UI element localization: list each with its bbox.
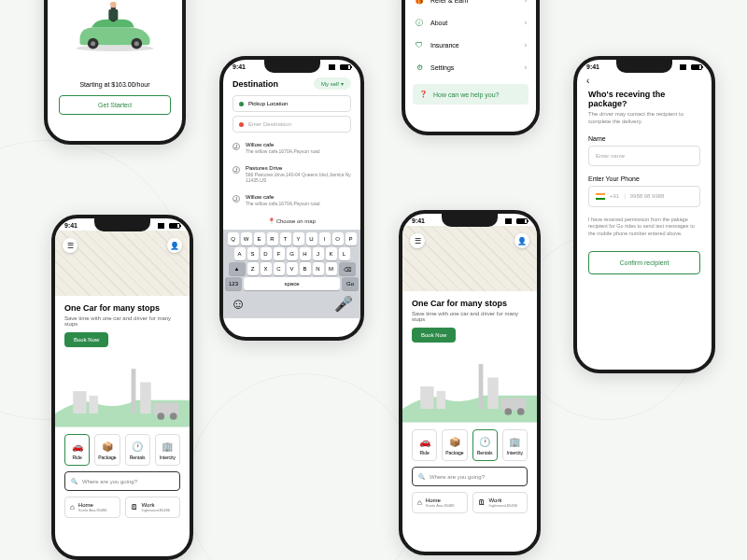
tab-intercity[interactable]: 🏢Intercity <box>502 429 528 461</box>
shift-key[interactable]: ▲ <box>229 262 246 275</box>
name-input[interactable]: Enter name <box>588 146 700 166</box>
menu-item-about[interactable]: ⓘAbout› <box>413 11 529 34</box>
price-text: Starting at $163.00/hour <box>48 81 182 88</box>
help-banner[interactable]: ❓How can we help you? <box>413 84 529 105</box>
home-screen-ride: 9:41 ☰ 👤 One Car for many stops Save tim… <box>51 215 193 560</box>
flag-icon <box>596 193 605 200</box>
svg-rect-16 <box>487 378 499 410</box>
name-label: Name <box>588 135 700 142</box>
onboarding-screen: Starting at $163.00/hour Get Started <box>44 0 186 145</box>
city-illustration <box>55 358 190 428</box>
key-B[interactable]: B <box>300 262 311 275</box>
key-J[interactable]: J <box>313 247 324 260</box>
quick-link-home[interactable]: ⌂HomeSanta Ana,85486 <box>64 497 120 518</box>
menu-item-settings[interactable]: ⚙Settings› <box>413 56 529 78</box>
destination-screen: 9:41 Destination My self ▾ Pickup Locati… <box>219 56 364 341</box>
key-Y[interactable]: Y <box>293 232 304 245</box>
key-P[interactable]: P <box>345 232 357 245</box>
tab-rentals[interactable]: 🕐Rentals <box>472 429 498 461</box>
package-recipient-screen: 9:41 ‹ Who's receving the package? The d… <box>573 56 715 373</box>
key-123[interactable]: 123 <box>225 277 242 290</box>
key-F[interactable]: F <box>274 247 285 260</box>
book-now-button[interactable]: Book Now <box>64 332 108 347</box>
hero-subtitle: Save time with one car and driver for ma… <box>64 315 180 327</box>
key-K[interactable]: K <box>326 247 337 260</box>
search-icon: 🔍 <box>418 473 425 480</box>
key-L[interactable]: L <box>339 247 350 260</box>
map-view[interactable]: ☰ 👤 <box>402 226 537 291</box>
key-O[interactable]: O <box>332 232 344 245</box>
suggestion-item[interactable]: Willow cafeThe willow cafe,1670A,Payson … <box>223 136 360 160</box>
get-started-button[interactable]: Get Started <box>59 95 171 115</box>
emoji-icon[interactable]: ☺ <box>231 296 246 313</box>
suggestion-item[interactable]: Pastures Drive566 Pastures drive,140-04 … <box>223 160 360 189</box>
profile-button[interactable]: 👤 <box>514 233 529 248</box>
book-now-button[interactable]: Book Now <box>412 328 456 343</box>
quick-link-work[interactable]: 🗓WorkInglewood,85486 <box>472 492 529 513</box>
key-C[interactable]: C <box>274 262 285 275</box>
choose-on-map-link[interactable]: 📍 Choose on map <box>223 212 360 230</box>
key-N[interactable]: N <box>313 262 324 275</box>
tab-package[interactable]: 📦Package <box>442 429 467 461</box>
key-Z[interactable]: Z <box>247 262 259 275</box>
work-icon: 🗓 <box>131 503 138 511</box>
svg-point-14 <box>170 413 177 420</box>
confirm-button[interactable]: Confirm recipient <box>588 251 700 274</box>
page-title: Who's receving the package? <box>588 90 700 108</box>
map-view[interactable]: ☰ 👤 <box>55 231 190 296</box>
home-icon: ⌂ <box>70 503 75 511</box>
key-D[interactable]: D <box>261 247 272 260</box>
key-R[interactable]: R <box>267 232 278 245</box>
key-G[interactable]: G <box>287 247 298 260</box>
key-E[interactable]: E <box>254 232 265 245</box>
tab-ride[interactable]: 🚗Ride <box>412 429 437 461</box>
rider-chip[interactable]: My self ▾ <box>314 77 351 90</box>
svg-point-4 <box>134 41 139 46</box>
key-H[interactable]: H <box>300 247 311 260</box>
key-A[interactable]: A <box>234 247 246 260</box>
key-T[interactable]: T <box>280 232 291 245</box>
key-space[interactable]: space <box>244 277 340 290</box>
mic-icon[interactable]: 🎤 <box>334 295 353 313</box>
key-S[interactable]: S <box>247 247 259 260</box>
tab-ride[interactable]: 🚗Ride <box>64 434 90 466</box>
key-U[interactable]: U <box>306 232 317 245</box>
key-X[interactable]: X <box>261 262 272 275</box>
profile-button[interactable]: 👤 <box>167 238 182 253</box>
suggestion-item[interactable]: Willow cafeThe willow cafe,1670A,Payson … <box>223 189 360 212</box>
pickup-input[interactable]: Pickup Location <box>233 95 351 112</box>
quick-link-work[interactable]: 🗓WorkInglewood,85486 <box>125 497 181 518</box>
back-button[interactable]: ‹ <box>577 72 712 90</box>
tab-intercity[interactable]: 🏢Intercity <box>155 434 180 466</box>
destination-input[interactable]: Enter Destination <box>233 116 351 133</box>
home-screen-rentals: 9:41 ☰ 👤 One Car for many stops Save tim… <box>399 210 541 555</box>
menu-item-insurance[interactable]: 🛡Insurance› <box>413 34 529 56</box>
quick-link-home[interactable]: ⌂HomeSanta Ana,85486 <box>412 492 468 513</box>
consent-text: I have received permission from the paka… <box>588 217 700 238</box>
key-Q[interactable]: Q <box>228 232 239 245</box>
backspace-key[interactable]: ⌫ <box>339 262 356 275</box>
key-M[interactable]: M <box>326 262 337 275</box>
key-go[interactable]: Go <box>342 277 359 290</box>
home-icon: ⌂ <box>417 498 422 507</box>
phone-input[interactable]: +91 | 9988 98 9988 <box>588 186 700 207</box>
work-icon: 🗓 <box>478 498 486 507</box>
tab-rentals[interactable]: 🕐Rentals <box>125 434 150 466</box>
clock-icon <box>233 166 240 174</box>
menu-button[interactable]: ☰ <box>63 238 78 253</box>
menu-item-referearn[interactable]: 🎁Refer & Earn› <box>413 0 529 11</box>
page-title: Destination <box>233 79 278 89</box>
search-input[interactable]: 🔍Where are you going? <box>64 471 180 491</box>
key-W[interactable]: W <box>241 232 252 245</box>
search-input[interactable]: 🔍Where are you going? <box>412 467 528 486</box>
tab-package[interactable]: 📦Package <box>94 434 120 466</box>
svg-rect-18 <box>436 391 445 409</box>
chevron-right-icon: › <box>525 20 527 26</box>
menu-button[interactable]: ☰ <box>410 233 425 248</box>
svg-point-21 <box>517 408 525 415</box>
page-description: The driver may contact the recipient to … <box>588 111 700 126</box>
menu-icon: ⚙ <box>415 63 424 72</box>
key-I[interactable]: I <box>319 232 331 245</box>
key-V[interactable]: V <box>287 262 298 275</box>
search-icon: 🔍 <box>71 478 78 484</box>
